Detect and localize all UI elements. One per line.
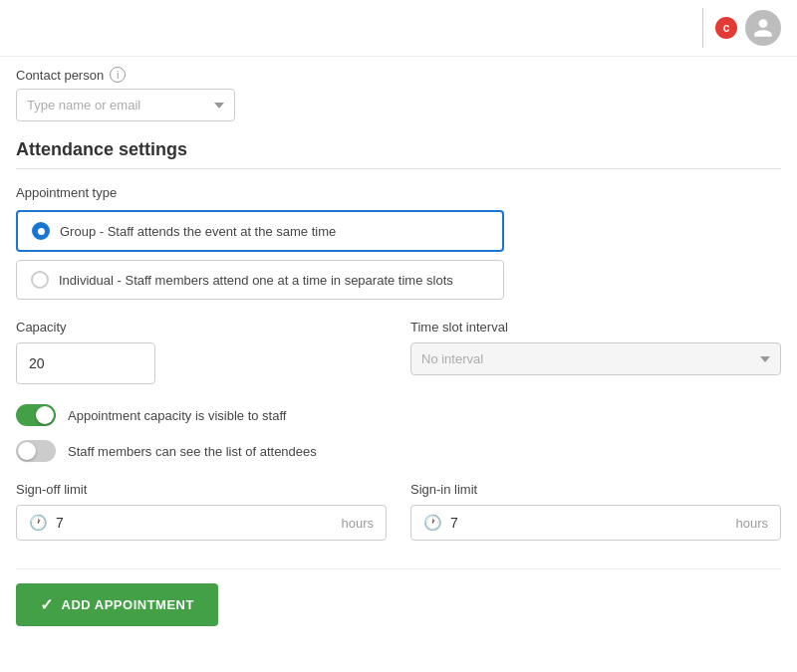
toggle-capacity-knob (36, 406, 54, 424)
vertical-divider (702, 8, 703, 48)
contact-section: Contact person i Type name or email (16, 67, 781, 121)
add-appointment-wrap: ✓ ADD APPOINTMENT (16, 568, 781, 626)
signoff-input-wrap: 🕐 hours (16, 505, 387, 541)
top-bar: c (0, 0, 797, 57)
add-appointment-label: ADD APPOINTMENT (62, 597, 194, 612)
user-icon (752, 17, 774, 39)
toggle-attendees-label: Staff members can see the list of attend… (68, 444, 317, 459)
toggle-capacity-label: Appointment capacity is visible to staff (68, 408, 286, 423)
signin-input[interactable] (450, 515, 727, 531)
signin-col: Sign-in limit 🕐 hours (410, 482, 781, 541)
capacity-timeslot-row: Capacity + − Time slot interval No inter… (16, 320, 781, 384)
timeslot-label: Time slot interval (410, 320, 781, 335)
toggle-attendees-row: Staff members can see the list of attend… (16, 440, 781, 462)
appointment-type-label: Appointment type (16, 185, 781, 200)
timeslot-select[interactable]: No interval (410, 342, 781, 375)
toggle-capacity-wrap[interactable] (16, 404, 56, 426)
signoff-input[interactable] (56, 515, 333, 531)
contact-select[interactable]: Type name or email (16, 89, 235, 121)
capacity-label: Capacity (16, 320, 387, 335)
radio-individual-circle (31, 271, 49, 289)
signin-input-wrap: 🕐 hours (410, 505, 781, 541)
contact-info-icon[interactable]: i (110, 67, 126, 83)
signin-unit: hours (735, 516, 768, 531)
toggle-attendees-wrap[interactable] (16, 440, 56, 462)
radio-individual-label: Individual - Staff members attend one at… (59, 273, 453, 288)
signoff-col: Sign-off limit 🕐 hours (16, 482, 387, 541)
contact-label-text: Contact person (16, 68, 104, 83)
radio-option-individual[interactable]: Individual - Staff members attend one at… (16, 260, 504, 300)
signin-clock-icon: 🕐 (423, 514, 442, 532)
capacity-input-wrap: + − (16, 342, 155, 384)
section-title: Attendance settings (16, 139, 781, 169)
toggle-attendees-track[interactable] (16, 440, 56, 462)
radio-option-group[interactable]: Group - Staff attends the event at the s… (16, 210, 504, 252)
notification-badge[interactable]: c (715, 17, 737, 39)
main-content: Contact person i Type name or email Atte… (0, 57, 797, 650)
capacity-input[interactable] (17, 347, 155, 379)
signoff-label: Sign-off limit (16, 482, 387, 497)
add-appointment-button[interactable]: ✓ ADD APPOINTMENT (16, 583, 218, 626)
radio-group-circle (32, 222, 50, 240)
signoff-clock-icon: 🕐 (29, 514, 48, 532)
toggle-capacity-track[interactable] (16, 404, 56, 426)
check-icon: ✓ (40, 595, 54, 614)
capacity-col: Capacity + − (16, 320, 387, 384)
contact-label: Contact person i (16, 67, 781, 83)
signin-label: Sign-in limit (410, 482, 781, 497)
avatar[interactable] (745, 10, 781, 46)
attendance-settings: Attendance settings Appointment type Gro… (16, 139, 781, 626)
limits-row: Sign-off limit 🕐 hours Sign-in limit 🕐 h… (16, 482, 781, 541)
signoff-unit: hours (341, 516, 374, 531)
timeslot-col: Time slot interval No interval (410, 320, 781, 384)
radio-group-label: Group - Staff attends the event at the s… (60, 224, 336, 239)
toggle-attendees-knob (18, 442, 36, 460)
toggle-capacity-row: Appointment capacity is visible to staff (16, 404, 781, 426)
